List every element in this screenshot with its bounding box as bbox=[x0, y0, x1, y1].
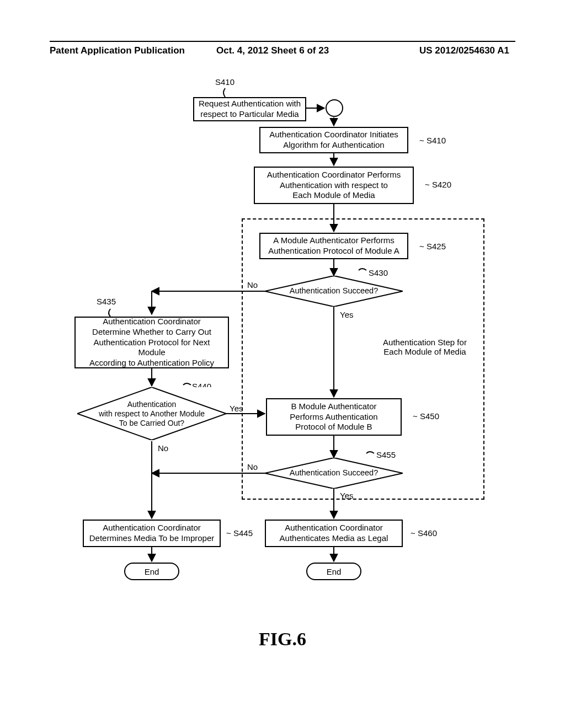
header-right: US 2012/0254630 A1 bbox=[419, 45, 509, 56]
terminator-end-right-text: End bbox=[327, 567, 342, 576]
group-note: Authentication Step forEach Module of Me… bbox=[370, 338, 480, 356]
box-perform-each-text: Authentication Coordinator Performs Auth… bbox=[267, 170, 401, 201]
diamond-s455: Authentication Succeed? bbox=[265, 458, 403, 489]
header-left: Patent Application Publication bbox=[50, 45, 185, 56]
diamond-s440: Authentication with respect to Another M… bbox=[77, 387, 226, 440]
label-no-s430: No bbox=[247, 280, 258, 290]
label-yes-s430: Yes bbox=[340, 310, 353, 319]
diamond-s430: Authentication Succeed? bbox=[265, 276, 403, 307]
label-s455: S455 bbox=[376, 450, 396, 459]
box-module-a-text: A Module Authenticator Performs Authenti… bbox=[268, 235, 399, 256]
box-legal: Authentication Coordinator Authenticates… bbox=[265, 520, 403, 547]
terminator-end-left: End bbox=[124, 563, 179, 580]
connector-circle bbox=[326, 99, 343, 117]
label-s450: ~ S450 bbox=[413, 411, 439, 421]
box-improper: Authentication Coordinator Determines Me… bbox=[83, 520, 221, 547]
box-module-b-text: B Module Authenticator Performs Authenti… bbox=[290, 402, 377, 432]
label-s410-right: ~ S410 bbox=[419, 136, 446, 145]
label-s420: ~ S420 bbox=[425, 180, 451, 189]
header-rule bbox=[50, 41, 515, 42]
label-yes-s440: Yes bbox=[230, 404, 243, 413]
label-s445: ~ S445 bbox=[226, 528, 253, 538]
box-module-a: A Module Authenticator Performs Authenti… bbox=[259, 233, 408, 259]
box-request-text: Request Authentication with respect to P… bbox=[199, 99, 301, 120]
diamond-s455-text: Authentication Succeed? bbox=[265, 468, 403, 478]
box-s435-text: Authentication Coordinator Determine Whe… bbox=[79, 317, 225, 368]
diamond-s440-text: Authentication with respect to Another M… bbox=[77, 400, 226, 427]
diamond-s430-text: Authentication Succeed? bbox=[265, 286, 403, 296]
label-no-s440: No bbox=[158, 443, 168, 453]
label-s410-top: S410 bbox=[215, 77, 234, 87]
label-s430: S430 bbox=[369, 268, 388, 277]
terminator-end-left-text: End bbox=[145, 567, 159, 576]
box-improper-text: Authentication Coordinator Determines Me… bbox=[89, 523, 215, 544]
label-s460: ~ S460 bbox=[411, 528, 437, 538]
box-perform-each: Authentication Coordinator Performs Auth… bbox=[254, 167, 414, 204]
terminator-end-right: End bbox=[306, 563, 361, 580]
box-initiate: Authentication Coordinator Initiates Alg… bbox=[259, 127, 408, 153]
box-legal-text: Authentication Coordinator Authenticates… bbox=[280, 523, 388, 544]
label-no-s455: No bbox=[247, 462, 258, 472]
figure-label: FIG.6 bbox=[259, 629, 306, 650]
box-request-auth: Request Authentication with respect to P… bbox=[193, 97, 306, 121]
box-s435: Authentication Coordinator Determine Whe… bbox=[74, 317, 229, 368]
box-initiate-text: Authentication Coordinator Initiates Alg… bbox=[269, 130, 398, 151]
label-s425: ~ S425 bbox=[419, 242, 446, 251]
box-module-b: B Module Authenticator Performs Authenti… bbox=[266, 398, 402, 436]
page: Patent Application Publication Oct. 4, 2… bbox=[0, 0, 565, 728]
header-center: Oct. 4, 2012 Sheet 6 of 23 bbox=[216, 45, 329, 56]
label-yes-s455: Yes bbox=[340, 491, 353, 500]
label-s435: S435 bbox=[97, 297, 116, 306]
